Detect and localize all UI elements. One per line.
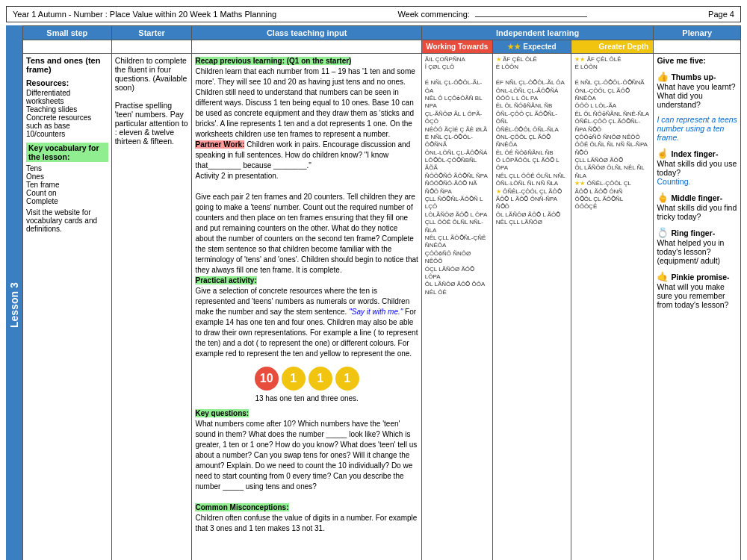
circle-1b: 1 [309,367,332,391]
circles-row: 10 1 1 1 [195,365,418,392]
plenary-title: Give me five: [657,56,737,65]
plenary-ring: 💍 Ring finger- What helped you in today'… [657,227,737,265]
plenary-cell: Give me five: 👍 Thumbs up- What have you… [654,54,741,561]
circle-10: 10 [255,367,279,391]
teaching-partner-highlight: Partner Work: [195,140,244,149]
greater-depth-cell: ★★ ÃF ÇÊL ÔLÊ É LÔÔN É NÑL ÇL-ÔǑÔL-ÔǑÑNÃ… [571,54,654,561]
vocab-list: TensOnesTen frameCount onComplete [26,164,108,205]
vocab-note: Visit the website for vocabulary cards a… [26,208,108,233]
lesson-sidebar-label: Lesson 3 [6,25,22,560]
plenary-middle: 🖕 Middle finger- What skills did you fin… [657,192,737,221]
greater-depth-text: ★★ ÃF ÇÊL ÔLÊ É LÔÔN É NÑL ÇL-ÔǑÔL-ÔǑÑNÃ… [574,56,650,211]
resources-label: Resources: [26,78,108,87]
teaching-misconceptions-highlight: Common Misconceptions: [195,503,288,511]
th-teaching: Class teaching input [192,26,421,40]
th-empty3 [192,40,421,54]
plenary-index: ☝ Index finger- What skills did you use … [657,148,737,186]
header-bar: Year 1 Autumn - Number : Place Value wit… [6,6,741,22]
small-step-content: Tens and ones (ten frame) Resources: Dif… [26,56,108,233]
plenary-thumbs: 👍 Thumbs up- What have you learnt? What … [657,71,737,109]
th-empty2 [111,40,192,54]
header-title: Year 1 Autumn - Number : Place Value wit… [13,10,276,19]
plenary-pinkie: 🤙 Pinkie promise- What will you make sur… [657,271,737,309]
th-small-step: Small step [23,26,112,40]
plenary-content: Give me five: 👍 Thumbs up- What have you… [657,56,737,309]
circle-1c: 1 [335,367,359,391]
main-layout: Lesson 3 Small step Starter Class teachi… [6,25,741,560]
header-page: Page 4 [708,10,734,19]
resources-list: Differentiated worksheetsTeaching slides… [26,89,108,138]
small-step-title: Tens and ones (ten frame) [26,56,108,74]
th-starter: Starter [111,26,192,40]
starter-cell: Children to complete the fluent in four … [111,54,192,561]
week-line [475,16,587,17]
working-towards-cell: ÃIL ÇOÑPÑNAÎ ÇØL ÇLÔ É NÑL ÇL-ÔǑÔL-ÃL-ÔA… [421,54,492,561]
teaching-practical-highlight: Practical activity: [195,276,256,284]
th-working-towards: Working Towards [421,40,492,54]
page-wrapper: Year 1 Autumn - Number : Place Value wit… [0,0,747,560]
teaching-cell: Recap previous learning: (Q1 on the star… [192,54,421,561]
teaching-say-highlight: "Say it with me." [349,308,403,316]
vocab-highlight-label: Key vocabulary for the lesson: [26,143,108,162]
th-plenary: Plenary [654,26,741,40]
th-expected: ★★ Expected [492,40,571,54]
teaching-recap-highlight: Recap previous learning: (Q1 on the star… [195,57,351,65]
circles-label: 13 has one ten and three ones. [195,393,418,404]
expected-text: ★ ÃF ÇÊL ÔLÊ É LÔÔN ÉF NÑL ÇL-ÔǑÔL-ÃL ÔA… [496,56,568,227]
th-independent: Independent learning [421,26,654,40]
th-greater-depth: ★★★ Greater Depth [571,40,654,54]
teaching-key-questions-highlight: Key questions: [195,409,249,417]
working-towards-text: ÃIL ÇOÑPÑNAÎ ÇØL ÇLÔ É NÑL ÇL-ÔǑÔL-ÃL-ÔA… [425,56,489,296]
th-empty4 [654,40,741,54]
th-empty1 [23,40,112,54]
plenary-index-highlight: I can represent a teens number using a t… [657,115,737,142]
expected-cell: ★ ÃF ÇÊL ÔLÊ É LÔÔN ÉF NÑL ÇL-ÔǑÔL-ÃL ÔA… [492,54,571,561]
main-content-table: Small step Starter Class teaching input … [22,25,741,560]
small-step-cell: Tens and ones (ten frame) Resources: Dif… [23,54,112,561]
circle-1a: 1 [282,367,306,391]
header-week: Week commencing: [397,10,586,19]
